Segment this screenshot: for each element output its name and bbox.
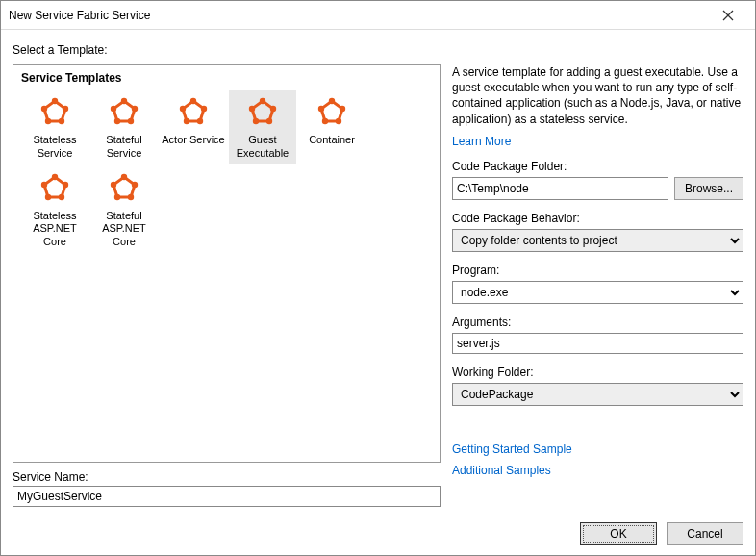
svg-point-9: [121, 98, 127, 104]
template-item-label: Container: [309, 134, 355, 147]
template-item-label: Stateless ASP.NET Core: [23, 210, 87, 249]
template-description: A service template for adding a guest ex…: [452, 64, 743, 127]
svg-point-7: [41, 106, 47, 112]
svg-point-31: [318, 106, 324, 112]
templates-heading: Service Templates: [21, 71, 432, 85]
template-item[interactable]: Actor Service: [160, 90, 227, 164]
additional-samples-link[interactable]: Additional Samples: [452, 464, 743, 477]
svg-point-39: [121, 173, 127, 179]
svg-point-16: [201, 106, 207, 112]
learn-more-link[interactable]: Learn More: [452, 135, 743, 148]
program-label: Program:: [452, 264, 743, 277]
svg-point-28: [340, 106, 345, 112]
behavior-select[interactable]: Copy folder contents to project: [452, 229, 743, 252]
svg-point-6: [45, 118, 51, 124]
code-folder-label: Code Package Folder:: [452, 160, 743, 173]
working-folder-select[interactable]: CodePackage: [452, 383, 743, 406]
svg-point-12: [114, 118, 120, 124]
svg-point-25: [249, 106, 255, 112]
program-select[interactable]: node.exe: [452, 281, 743, 304]
svg-point-41: [128, 193, 134, 199]
service-fabric-icon: [39, 172, 70, 203]
browse-button[interactable]: Browse...: [674, 177, 743, 200]
svg-point-11: [128, 118, 134, 124]
svg-point-27: [329, 98, 335, 104]
svg-point-29: [336, 118, 341, 124]
svg-point-34: [63, 181, 68, 187]
svg-point-37: [41, 181, 47, 187]
service-fabric-icon: [247, 96, 278, 127]
code-folder-input[interactable]: [452, 177, 668, 200]
svg-point-33: [52, 173, 58, 179]
template-item[interactable]: Stateful Service: [90, 90, 158, 164]
svg-point-15: [190, 98, 196, 104]
svg-point-24: [253, 118, 259, 124]
behavior-label: Code Package Behavior:: [452, 212, 743, 225]
svg-point-18: [184, 118, 189, 124]
close-button[interactable]: [709, 2, 747, 29]
svg-point-10: [132, 106, 138, 112]
svg-point-43: [111, 181, 116, 187]
window-title: New Service Fabric Service: [9, 9, 709, 22]
svg-point-17: [197, 118, 203, 124]
template-item-label: Actor Service: [162, 134, 224, 147]
template-item-label: Stateful Service: [92, 134, 156, 161]
svg-point-13: [111, 106, 116, 112]
svg-point-4: [63, 106, 68, 112]
svg-point-23: [266, 118, 272, 124]
template-item[interactable]: Container: [298, 90, 365, 164]
svg-point-42: [114, 193, 120, 199]
service-fabric-icon: [178, 96, 209, 127]
arguments-input[interactable]: [452, 333, 743, 354]
working-folder-label: Working Folder:: [452, 366, 743, 379]
template-item[interactable]: Stateless ASP.NET Core: [21, 166, 88, 253]
template-item-label: Stateless Service: [23, 134, 87, 161]
templates-panel: Service Templates Stateless ServiceState…: [13, 64, 441, 463]
svg-point-36: [45, 193, 51, 199]
svg-point-40: [132, 181, 138, 187]
service-fabric-icon: [109, 172, 139, 203]
close-icon: [722, 10, 734, 21]
svg-point-30: [322, 118, 328, 124]
service-fabric-icon: [316, 96, 347, 127]
instruction-label: Select a Template:: [13, 43, 743, 57]
template-item[interactable]: Stateful ASP.NET Core: [90, 166, 158, 253]
getting-started-link[interactable]: Getting Started Sample: [452, 442, 743, 456]
service-fabric-icon: [39, 96, 70, 127]
arguments-label: Arguments:: [452, 316, 743, 329]
service-name-input[interactable]: [13, 486, 441, 507]
template-item-label: Guest Executable: [231, 134, 294, 161]
template-item-label: Stateful ASP.NET Core: [92, 210, 156, 249]
service-name-label: Service Name:: [13, 470, 441, 484]
template-item[interactable]: Stateless Service: [21, 90, 88, 164]
service-fabric-icon: [109, 96, 139, 127]
ok-button[interactable]: OK: [580, 522, 657, 545]
template-item[interactable]: Guest Executable: [229, 90, 296, 164]
svg-point-21: [260, 98, 265, 104]
svg-point-5: [59, 118, 64, 124]
svg-point-19: [180, 106, 186, 112]
svg-point-22: [270, 106, 276, 112]
svg-point-35: [59, 193, 64, 199]
cancel-button[interactable]: Cancel: [667, 522, 743, 545]
svg-point-3: [52, 98, 58, 104]
